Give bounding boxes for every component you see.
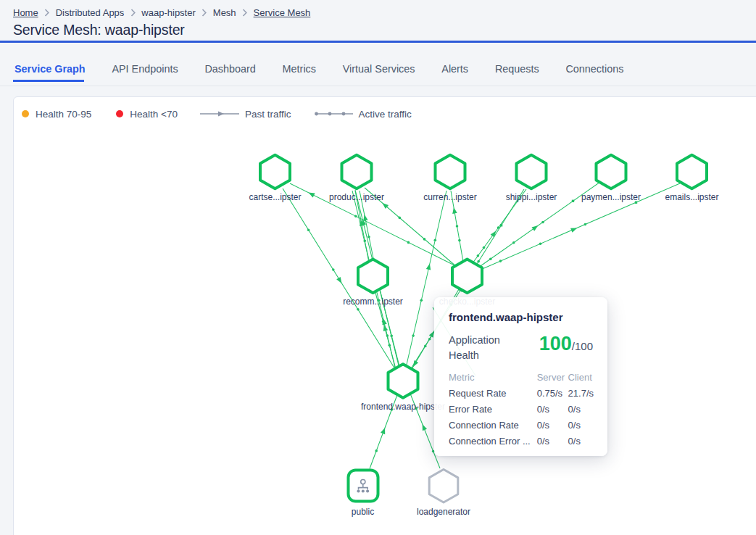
- svg-text:emails...ipster: emails...ipster: [665, 192, 718, 202]
- svg-text:public: public: [352, 507, 374, 517]
- svg-text:cartse...ipster: cartse...ipster: [249, 192, 301, 202]
- svg-text:produc...ipster: produc...ipster: [329, 192, 384, 202]
- svg-text:curren...ipster: curren...ipster: [423, 192, 476, 202]
- svg-text:paymen...ipster: paymen...ipster: [581, 192, 641, 202]
- svg-text:recomm...ipster: recomm...ipster: [343, 296, 403, 307]
- svg-text:shippi...ipster: shippi...ipster: [506, 192, 557, 202]
- svg-text:loadgenerator: loadgenerator: [417, 507, 470, 517]
- svg-text:frontend.waap-hipster: frontend.waap-hipster: [361, 402, 445, 412]
